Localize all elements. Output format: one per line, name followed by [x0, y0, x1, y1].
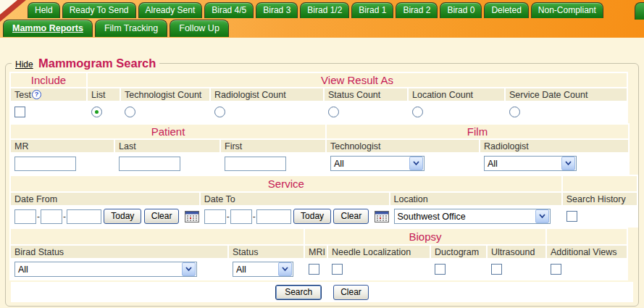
date-separator: - — [63, 212, 66, 222]
radiologist-select[interactable]: All — [484, 156, 577, 171]
birad-status-select[interactable]: All — [14, 262, 197, 277]
clear-button[interactable]: Clear — [333, 285, 369, 300]
last-input[interactable] — [119, 157, 180, 171]
tab-birad-0[interactable]: Birad 0 — [440, 2, 482, 18]
tab-held[interactable]: Held — [28, 2, 60, 18]
radio-technologist-count[interactable] — [125, 107, 135, 117]
tab-birad-3[interactable]: Birad 3 — [256, 2, 298, 18]
partial-tab-right[interactable] — [635, 2, 644, 20]
needle-localization-checkbox[interactable] — [332, 264, 343, 275]
option-label-location-count: Location Count — [409, 88, 504, 101]
date-to-clear-button[interactable]: Clear — [333, 209, 369, 224]
service-header-spacer — [563, 176, 637, 191]
additional-views-label: Additional Views — [547, 246, 627, 258]
calendar-icon[interactable] — [375, 211, 389, 222]
mr-input[interactable] — [14, 157, 76, 171]
radio-radiologist-count[interactable] — [214, 107, 225, 117]
hide-link[interactable]: Hide — [15, 59, 33, 70]
last-label: Last — [115, 140, 219, 152]
page-title: Mammogram Search — [38, 57, 156, 70]
date-to-month-input[interactable] — [204, 209, 226, 224]
service-section: Service Date From Date To Location Searc… — [9, 175, 638, 228]
date-to-day-input[interactable] — [230, 209, 252, 224]
chevron-down-icon — [409, 157, 423, 170]
option-label-radiologist-count: Radiologist Count — [211, 88, 323, 101]
ultrasound-label: Ultrasound — [488, 246, 545, 258]
search-history-checkbox[interactable] — [566, 211, 577, 222]
mri-checkbox[interactable] — [309, 264, 319, 275]
date-from-year-input[interactable] — [67, 209, 101, 224]
tab-ready-to-send[interactable]: Ready To Send — [62, 2, 136, 18]
search-button[interactable]: Search — [275, 285, 322, 300]
mammogram-search-panel: Hide Mammogram Search Include View Resul… — [5, 57, 639, 307]
tab-strip: Held Ready To Send Already Sent Birad 4/… — [0, 0, 644, 38]
status-select-value: All — [233, 265, 246, 275]
ductogram-label: Ductogram — [431, 246, 486, 258]
tab-film-tracking[interactable]: Film Tracking — [95, 20, 167, 37]
date-separator: - — [37, 212, 40, 222]
tab-non-compliant[interactable]: Non-Compliant — [531, 2, 603, 18]
status-select[interactable]: All — [233, 262, 293, 277]
biopsy-header-spacer — [11, 229, 304, 244]
first-label: First — [221, 140, 325, 152]
patient-header: Patient — [11, 125, 325, 138]
sub-tab-row: Mammo Reports Film Tracking Follow Up — [3, 20, 229, 37]
page-corner-fold-icon — [0, 0, 17, 14]
tab-deleted[interactable]: Deleted — [484, 2, 528, 18]
location-label: Location — [390, 193, 561, 205]
help-question-icon[interactable]: ? — [32, 90, 41, 99]
ultrasound-checkbox[interactable] — [491, 264, 502, 275]
date-from-day-input[interactable] — [41, 209, 62, 224]
technologist-select[interactable]: All — [330, 156, 425, 171]
biopsy-header: Biopsy — [305, 229, 545, 244]
location-select[interactable]: Southwest Office — [394, 209, 551, 224]
film-header: Film — [327, 125, 628, 138]
calendar-icon[interactable] — [185, 211, 199, 222]
option-label-list: List — [88, 88, 120, 101]
tab-birad-2[interactable]: Birad 2 — [396, 2, 438, 18]
radio-service-date-count[interactable] — [509, 107, 520, 117]
option-label-status-count: Status Count — [325, 88, 407, 101]
patient-film-section: Patient Film MR Last First Technologist … — [9, 123, 630, 175]
test-checkbox[interactable] — [14, 107, 25, 117]
chevron-down-icon — [182, 262, 196, 276]
panel-legend: Hide Mammogram Search — [12, 57, 159, 70]
mri-label: MRI — [305, 246, 327, 258]
radio-list[interactable] — [91, 107, 102, 117]
first-input[interactable] — [225, 157, 286, 171]
radiologist-label: Radiologist — [480, 140, 628, 152]
chevron-down-icon — [278, 262, 292, 276]
birad-status-select-value: All — [15, 265, 28, 275]
include-header: Include — [11, 73, 86, 87]
technologist-label: Technologist — [327, 140, 479, 152]
ductogram-checkbox[interactable] — [435, 264, 446, 275]
date-from-today-button[interactable]: Today — [104, 209, 141, 224]
service-header: Service — [11, 176, 561, 191]
birad-status-label: Birad Status — [11, 246, 227, 258]
search-history-label: Search History — [563, 193, 637, 205]
status-label: Status — [229, 246, 304, 258]
tab-birad-1[interactable]: Birad 1 — [351, 2, 393, 18]
date-from-clear-button[interactable]: Clear — [144, 209, 180, 224]
tab-birad-4-5[interactable]: Birad 4/5 — [204, 2, 254, 18]
date-to-label: Date To — [201, 193, 389, 205]
location-select-value: Southwest Office — [395, 212, 466, 222]
radio-location-count[interactable] — [412, 107, 423, 117]
tab-mammo-reports[interactable]: Mammo Reports — [3, 20, 93, 37]
date-separator: - — [227, 212, 230, 222]
view-result-as-header: View Result As — [88, 73, 627, 87]
tab-follow-up[interactable]: Follow Up — [170, 20, 229, 37]
date-to-year-input[interactable] — [256, 209, 291, 224]
radio-status-count[interactable] — [328, 107, 339, 117]
tab-birad-1-2[interactable]: Birad 1/2 — [300, 2, 349, 18]
tab-already-sent[interactable]: Already Sent — [138, 2, 203, 18]
option-label-technologist-count: Technologist Count — [121, 88, 209, 101]
chevron-down-icon — [535, 209, 549, 223]
view-result-section: Include View Result As Test? List Techno… — [9, 72, 628, 123]
date-from-month-input[interactable] — [14, 209, 36, 224]
test-label: Test? — [11, 88, 86, 101]
date-to-today-button[interactable]: Today — [293, 209, 331, 224]
additional-views-checkbox[interactable] — [551, 264, 561, 275]
mr-label: MR — [11, 140, 114, 152]
top-tab-row: Held Ready To Send Already Sent Birad 4/… — [28, 2, 603, 18]
